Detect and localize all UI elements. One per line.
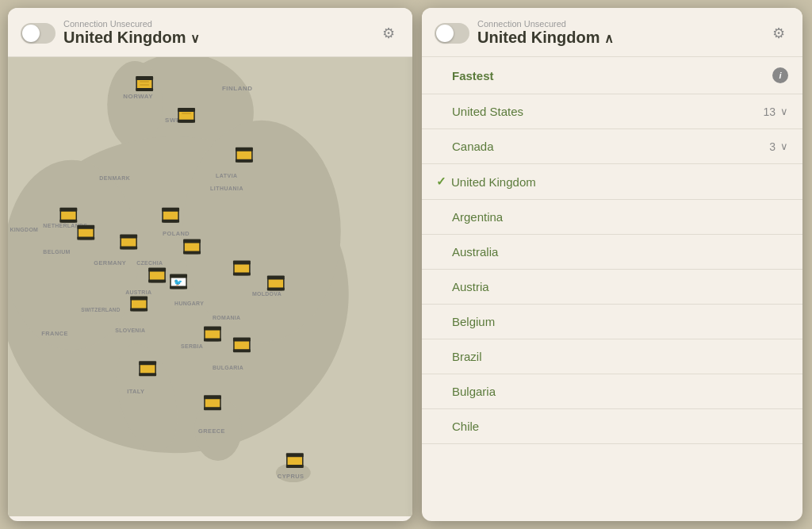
right-connection-status: Connection Unsecured: [477, 19, 760, 29]
map-svg: NORWAY SWEDEN FINLAND LATVIA LITHUANIA D…: [8, 57, 412, 516]
country-list-item-united-states[interactable]: United States13∨: [422, 94, 802, 129]
country-list-item-belgium[interactable]: Belgium: [422, 305, 802, 339]
svg-rect-87: [204, 407, 221, 410]
svg-rect-86: [204, 395, 221, 399]
svg-text:LATVIA: LATVIA: [216, 173, 238, 178]
country-label: United Kingdom: [451, 175, 788, 189]
gear-icon-right: ⚙: [772, 25, 785, 42]
svg-rect-71: [233, 261, 251, 265]
svg-text:ITALY: ITALY: [127, 388, 144, 395]
svg-text:HUNGARY: HUNGARY: [174, 301, 204, 306]
country-list-item-argentina[interactable]: Argentina: [422, 200, 802, 235]
svg-rect-44: [236, 159, 253, 163]
svg-rect-64: [170, 274, 187, 278]
svg-rect-89: [286, 453, 304, 457]
country-label: Chile: [452, 420, 788, 433]
svg-text:POLAND: POLAND: [163, 230, 190, 237]
svg-text:MOLDOVA: MOLDOVA: [252, 291, 282, 297]
country-label: Bulgaria: [452, 385, 788, 398]
svg-rect-41: [182, 113, 191, 114]
svg-rect-72: [233, 273, 251, 276]
svg-text:NORWAY: NORWAY: [123, 93, 153, 100]
left-connection-status: Connection Unsecured: [63, 19, 370, 29]
left-header: Connection Unsecured United Kingdom ∨ ⚙: [8, 8, 412, 57]
svg-point-2: [107, 61, 163, 148]
svg-rect-77: [204, 326, 221, 330]
svg-text:FRANCE: FRANCE: [41, 330, 68, 337]
country-list-item-fastest[interactable]: Fastesti: [422, 57, 802, 94]
svg-rect-34: [136, 76, 153, 80]
svg-text:LITHUANIA: LITHUANIA: [210, 186, 243, 191]
country-label: Brazil: [452, 350, 788, 363]
svg-rect-49: [77, 225, 94, 229]
country-label: United States: [452, 105, 763, 118]
vpn-toggle-left[interactable]: [21, 23, 56, 44]
country-list-item-canada[interactable]: Canada3∨: [422, 129, 802, 164]
expand-chevron-icon[interactable]: ∨: [780, 105, 788, 117]
svg-text:🐦: 🐦: [174, 278, 183, 288]
country-label: Austria: [452, 280, 788, 293]
toggle-knob-right: [436, 25, 454, 42]
info-icon[interactable]: i: [772, 67, 788, 83]
right-settings-button[interactable]: ⚙: [768, 22, 790, 44]
left-header-text: Connection Unsecured United Kingdom ∨: [63, 19, 370, 47]
expand-chevron-icon[interactable]: ∨: [780, 140, 788, 152]
svg-rect-80: [233, 337, 251, 341]
svg-rect-52: [120, 235, 137, 239]
svg-rect-74: [130, 296, 147, 300]
svg-rect-68: [267, 276, 285, 280]
svg-text:GREECE: GREECE: [198, 427, 225, 435]
svg-rect-84: [139, 373, 156, 376]
svg-rect-37: [140, 84, 149, 86]
vpn-toggle-right[interactable]: [435, 23, 469, 44]
map-area: NORWAY SWEDEN FINLAND LATVIA LITHUANIA D…: [8, 57, 412, 516]
right-chevron-icon: ∧: [604, 32, 614, 45]
right-header-text: Connection Unsecured United Kingdom ∧: [477, 19, 760, 47]
country-list-item-australia[interactable]: Australia: [422, 235, 802, 270]
svg-rect-35: [136, 88, 153, 91]
svg-rect-75: [130, 308, 147, 311]
svg-text:DENMARK: DENMARK: [99, 175, 130, 181]
svg-rect-43: [236, 148, 253, 151]
svg-rect-59: [183, 251, 201, 255]
country-list-item-chile[interactable]: Chile: [422, 409, 802, 444]
svg-rect-50: [77, 237, 94, 240]
svg-text:FINLAND: FINLAND: [222, 85, 252, 92]
svg-point-5: [182, 121, 341, 343]
svg-text:ROMANIA: ROMANIA: [213, 315, 240, 320]
svg-point-4: [8, 160, 139, 351]
svg-rect-58: [183, 240, 201, 243]
left-settings-button[interactable]: ⚙: [377, 22, 400, 44]
country-label: Australia: [452, 245, 788, 259]
left-country-name: United Kingdom ∨: [63, 29, 200, 46]
server-count: 3: [769, 140, 776, 153]
right-header: Connection Unsecured United Kingdom ∧ ⚙: [422, 8, 802, 57]
svg-rect-62: [148, 280, 166, 283]
country-label: Argentina: [452, 210, 788, 224]
check-icon: ✓: [436, 174, 446, 189]
svg-rect-69: [267, 287, 285, 290]
country-list: FastestiUnited States13∨Canada3∨✓United …: [422, 57, 802, 521]
svg-text:BULGARIA: BULGARIA: [213, 365, 243, 370]
right-country-name: United Kingdom ∧: [477, 29, 614, 46]
svg-text:SWITZERLAND: SWITZERLAND: [81, 307, 120, 312]
svg-text:SLOVENIA: SLOVENIA: [115, 328, 145, 333]
svg-rect-90: [286, 465, 304, 468]
svg-text:CZECHIA: CZECHIA: [136, 260, 163, 266]
svg-rect-81: [233, 349, 251, 352]
svg-text:CYPRUS: CYPRUS: [278, 473, 304, 480]
left-chevron-icon: ∨: [190, 32, 200, 45]
country-list-item-bulgaria[interactable]: Bulgaria: [422, 374, 802, 409]
left-panel: Connection Unsecured United Kingdom ∨ ⚙: [8, 8, 412, 521]
server-count: 13: [763, 105, 776, 118]
svg-text:GERMANY: GERMANY: [94, 259, 126, 266]
svg-text:KINGDOM: KINGDOM: [10, 227, 38, 232]
svg-text:SERBIA: SERBIA: [181, 343, 203, 349]
country-list-item-brazil[interactable]: Brazil: [422, 339, 802, 374]
svg-rect-56: [162, 220, 179, 223]
country-list-item-austria[interactable]: Austria: [422, 270, 802, 305]
svg-rect-40: [178, 120, 195, 123]
svg-rect-55: [162, 208, 179, 212]
country-label: Belgium: [452, 315, 788, 328]
country-list-item-united-kingdom[interactable]: ✓United Kingdom: [422, 164, 802, 200]
